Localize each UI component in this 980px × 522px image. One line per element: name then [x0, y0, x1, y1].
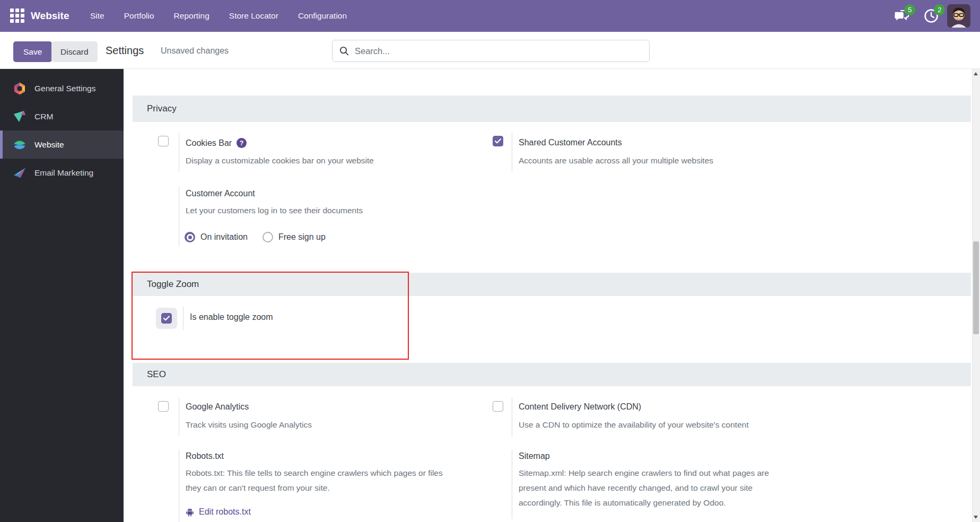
cdn-checkbox[interactable] — [493, 401, 503, 412]
toggle-zoom-checkbox-pad — [156, 308, 177, 329]
customer-account-label: Customer Account — [186, 189, 255, 198]
sitemap-description: Sitemap.xml: Help search engine crawlers… — [519, 466, 776, 510]
radio-on-invitation[interactable] — [185, 232, 195, 242]
main-menu: Site Portfolio Reporting Store Locator C… — [90, 0, 347, 32]
google-analytics-label: Google Analytics — [186, 402, 249, 412]
messages-badge: 5 — [904, 4, 915, 15]
section-header-privacy: Privacy — [133, 95, 971, 122]
top-navbar: Website Site Portfolio Reporting Store L… — [0, 0, 980, 32]
shared-customer-accounts-checkbox[interactable] — [493, 136, 503, 146]
shared-customer-accounts-label: Shared Customer Accounts — [519, 138, 622, 147]
robots-description: Robots.txt: This file tells to search en… — [186, 466, 453, 495]
search-icon — [339, 46, 349, 56]
divider — [179, 398, 179, 436]
sidebar-item-email-marketing[interactable]: Email Marketing — [0, 159, 124, 187]
discard-button[interactable]: Discard — [51, 41, 98, 62]
cookies-bar-description: Display a customizable cookies bar on yo… — [186, 155, 374, 167]
divider — [183, 307, 183, 330]
grid-icon — [10, 8, 25, 23]
menu-portfolio[interactable]: Portfolio — [124, 11, 154, 21]
android-robot-icon — [186, 508, 194, 517]
messages-button[interactable]: 5 — [893, 7, 910, 24]
edit-robots-link-label[interactable]: Edit robots.txt — [199, 507, 251, 517]
section-header-seo: SEO — [133, 363, 971, 386]
search-input[interactable] — [355, 46, 642, 56]
sidebar-item-label: Website — [34, 140, 64, 150]
cdn-description: Use a CDN to optimize the availability o… — [519, 419, 837, 431]
google-analytics-description: Track visits using Google Analytics — [186, 419, 312, 431]
shared-customer-accounts-description: Accounts are usable across all your mult… — [519, 155, 713, 167]
general-settings-app-icon — [13, 82, 27, 95]
divider — [179, 133, 179, 172]
section-header-toggle-zoom: Toggle Zoom — [133, 273, 971, 296]
sidebar-item-general-settings[interactable]: General Settings — [0, 74, 124, 102]
website-app-icon — [13, 138, 27, 152]
cookies-bar-checkbox[interactable] — [158, 136, 169, 146]
is-enable-toggle-zoom-checkbox[interactable] — [161, 313, 172, 324]
sidebar-item-website[interactable]: Website — [0, 130, 124, 159]
menu-configuration[interactable]: Configuration — [298, 11, 347, 21]
activities-button[interactable]: 2 — [923, 7, 940, 24]
customer-account-description: Let your customers log in to see their d… — [186, 205, 363, 216]
radio-on-invitation-label[interactable]: On invitation — [200, 232, 248, 242]
crm-app-icon — [13, 110, 27, 124]
sitemap-label: Sitemap — [519, 451, 550, 461]
scrollbar-thumb[interactable] — [973, 241, 979, 334]
email-marketing-app-icon — [13, 166, 27, 180]
activities-badge: 2 — [934, 4, 945, 15]
app-name[interactable]: Website — [31, 0, 69, 32]
divider — [512, 398, 512, 436]
radio-free-sign-up[interactable] — [262, 232, 273, 242]
section-title: SEO — [147, 369, 166, 380]
avatar-image — [947, 4, 970, 28]
scrollbar-down-arrow[interactable] — [974, 516, 978, 519]
section-title: Privacy — [147, 103, 177, 114]
menu-store-locator[interactable]: Store Locator — [229, 11, 278, 21]
sidebar-item-label: Email Marketing — [34, 168, 93, 178]
section-title: Toggle Zoom — [147, 279, 199, 290]
robots-label: Robots.txt — [186, 451, 224, 461]
divider — [512, 133, 512, 172]
save-button[interactable]: Save — [13, 41, 52, 62]
is-enable-toggle-zoom-label: Is enable toggle zoom — [190, 312, 273, 322]
scrollbar-up-arrow[interactable] — [974, 72, 978, 75]
control-panel: Save Discard Settings Unsaved changes — [0, 32, 980, 69]
page-title: Settings — [106, 32, 144, 69]
divider — [512, 450, 512, 519]
cdn-label: Content Delivery Network (CDN) — [519, 402, 641, 412]
menu-reporting[interactable]: Reporting — [174, 11, 209, 21]
customer-account-radio-group: On invitation Free sign up — [185, 232, 326, 242]
radio-free-sign-up-label[interactable]: Free sign up — [278, 232, 326, 242]
sidebar-item-label: General Settings — [34, 84, 95, 93]
sidebar-item-crm[interactable]: CRM — [0, 102, 124, 130]
check-icon — [495, 138, 501, 144]
menu-site[interactable]: Site — [90, 11, 104, 21]
sidebar-item-label: CRM — [34, 112, 53, 121]
settings-sidebar: General Settings CRM Website Email Marke… — [0, 69, 124, 522]
edit-robots-link[interactable]: Edit robots.txt — [186, 507, 251, 517]
unsaved-changes-status: Unsaved changes — [161, 32, 229, 69]
apps-grid-icon[interactable] — [10, 8, 25, 23]
divider — [179, 187, 179, 246]
cookies-bar-label: Cookies Bar ? — [186, 138, 247, 148]
search-box — [332, 40, 650, 62]
google-analytics-checkbox[interactable] — [158, 401, 169, 412]
check-icon — [163, 316, 170, 321]
user-avatar[interactable] — [947, 4, 970, 28]
divider — [179, 450, 179, 522]
help-icon[interactable]: ? — [237, 138, 247, 148]
